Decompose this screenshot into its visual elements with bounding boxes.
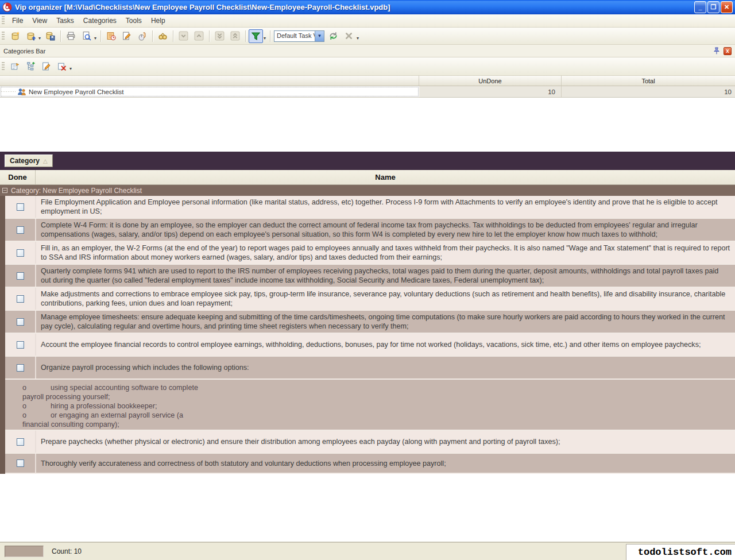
- task-row[interactable]: Manage employee timesheets: ensure adequ…: [5, 311, 735, 334]
- checkbox-unchecked-icon[interactable]: [17, 203, 24, 211]
- open-database-dropdown-icon[interactable]: ▾: [38, 36, 41, 41]
- print-button[interactable]: [64, 29, 78, 43]
- drag-task-button[interactable]: [135, 29, 149, 43]
- delete-category-button[interactable]: [55, 60, 69, 74]
- sub-option-line: financial consulting company);: [22, 420, 730, 429]
- menu-file[interactable]: File: [7, 15, 28, 26]
- status-bar: Count: 10 todolistsoft.com: [0, 542, 735, 560]
- categories-bar-close-icon[interactable]: x: [724, 47, 732, 55]
- category-name-cell[interactable]: New Employee Payroll Checklist: [0, 86, 419, 97]
- print-preview-icon: [82, 31, 91, 41]
- done-cell[interactable]: [5, 334, 36, 356]
- task-row[interactable]: Thoroughly verify accurateness and corre…: [5, 454, 735, 474]
- delete-view-button[interactable]: [342, 29, 356, 43]
- done-cell[interactable]: [5, 431, 36, 453]
- save-view-button[interactable]: [326, 29, 341, 43]
- checkbox-unchecked-icon[interactable]: [17, 438, 24, 446]
- restore-button[interactable]: ❐: [707, 1, 719, 13]
- task-text[interactable]: Complete W-4 Form: it is done by an empl…: [36, 219, 735, 241]
- task-row[interactable]: Prepare paychecks (whether physical or e…: [5, 431, 735, 454]
- move-task-down-button[interactable]: [176, 29, 191, 43]
- checkbox-unchecked-icon[interactable]: [17, 272, 24, 280]
- column-header-name[interactable]: Name: [36, 170, 735, 184]
- print-preview-dropdown-icon[interactable]: ▾: [94, 36, 96, 41]
- minimize-button[interactable]: _: [694, 1, 706, 13]
- categories-toolbar-grip[interactable]: [2, 62, 5, 71]
- done-cell[interactable]: [5, 219, 36, 241]
- task-row[interactable]: Account the employee financial records t…: [5, 334, 735, 357]
- filter-button[interactable]: [249, 29, 263, 43]
- checkbox-unchecked-icon[interactable]: [17, 226, 24, 234]
- close-button[interactable]: ✕: [721, 1, 733, 13]
- group-by-category-button[interactable]: Category △: [5, 155, 53, 167]
- menu-tasks[interactable]: Tasks: [52, 15, 79, 26]
- checkbox-unchecked-icon[interactable]: [17, 249, 24, 257]
- done-cell[interactable]: [5, 357, 36, 379]
- site-watermark-box: todolistsoft.com: [626, 544, 735, 560]
- pin-icon[interactable]: [712, 47, 721, 55]
- task-text[interactable]: Account the employee financial records t…: [36, 334, 735, 356]
- done-cell[interactable]: [5, 265, 36, 287]
- checkbox-unchecked-icon[interactable]: [17, 341, 24, 349]
- task-row[interactable]: File Employment Application and Employee…: [5, 196, 735, 219]
- task-text[interactable]: Manage employee timesheets: ensure adequ…: [36, 311, 735, 333]
- open-database-button[interactable]: [24, 29, 38, 43]
- done-cell[interactable]: [5, 311, 36, 333]
- task-row[interactable]: Quarterly complete forms 941 which are u…: [5, 265, 735, 288]
- print-preview-button[interactable]: [79, 29, 94, 43]
- menu-tools[interactable]: Tools: [121, 15, 146, 26]
- checkbox-unchecked-icon[interactable]: [17, 295, 24, 303]
- column-header-undone[interactable]: UnDone: [419, 76, 562, 86]
- category-row[interactable]: New Employee Payroll Checklist 10 10: [0, 86, 735, 98]
- task-text[interactable]: Thoroughly verify accurateness and corre…: [36, 454, 735, 473]
- move-task-bottom-button[interactable]: [212, 29, 227, 43]
- menu-grip[interactable]: [2, 16, 5, 25]
- done-cell[interactable]: [5, 288, 36, 310]
- column-header-category-name[interactable]: [0, 76, 419, 86]
- combo-dropdown-icon[interactable]: ▼: [315, 31, 324, 41]
- done-cell[interactable]: [5, 242, 36, 264]
- menu-help[interactable]: Help: [146, 15, 170, 26]
- checkbox-unchecked-icon[interactable]: [17, 318, 24, 326]
- collapse-icon[interactable]: –: [2, 188, 7, 193]
- save-database-button[interactable]: [43, 29, 57, 43]
- toolbar-grip[interactable]: [2, 32, 5, 41]
- task-text[interactable]: Fill in, as an employer, the W-2 Forms (…: [36, 242, 735, 264]
- category-group-row[interactable]: – Category: New Employee Payroll Checkli…: [0, 185, 735, 196]
- categories-bar-title: Categories Bar: [3, 48, 712, 55]
- task-row[interactable]: Complete W-4 Form: it is done by an empl…: [5, 219, 735, 242]
- checkbox-unchecked-icon[interactable]: [17, 364, 24, 372]
- task-row[interactable]: Fill in, as an employer, the W-2 Forms (…: [5, 242, 735, 265]
- task-row[interactable]: Make adjustments and corrections to embr…: [5, 288, 735, 311]
- new-subcategory-button[interactable]: [24, 60, 38, 74]
- task-text[interactable]: Organize payroll processing which includ…: [36, 357, 735, 379]
- task-row[interactable]: Organize payroll processing which includ…: [5, 357, 735, 380]
- new-category-icon: [10, 61, 20, 71]
- move-task-up-button[interactable]: [192, 29, 206, 43]
- find-task-button[interactable]: [156, 29, 170, 43]
- move-task-top-button[interactable]: [228, 29, 242, 43]
- task-text[interactable]: Make adjustments and corrections to embr…: [36, 288, 735, 310]
- new-task-button[interactable]: [104, 29, 118, 43]
- column-header-total[interactable]: Total: [562, 76, 735, 86]
- new-category-button[interactable]: [8, 60, 22, 74]
- toolbar-overflow-icon[interactable]: ▾: [357, 36, 359, 41]
- task-sub-options[interactable]: o using special accounting software to c…: [5, 380, 735, 431]
- menu-view[interactable]: View: [28, 15, 52, 26]
- categories-toolbar: ▾: [0, 57, 735, 76]
- task-text[interactable]: Quarterly complete forms 941 which are u…: [36, 265, 735, 287]
- done-cell[interactable]: [5, 454, 36, 473]
- done-cell[interactable]: [5, 196, 36, 218]
- task-text[interactable]: Prepare paychecks (whether physical or e…: [36, 431, 735, 453]
- column-header-done[interactable]: Done: [0, 170, 36, 184]
- task-text[interactable]: File Employment Application and Employee…: [36, 196, 735, 218]
- sort-ascending-icon: △: [43, 158, 48, 164]
- task-view-combobox[interactable]: Default Task V ▼: [274, 30, 324, 42]
- filter-dropdown-icon[interactable]: ▾: [264, 36, 266, 41]
- new-database-button[interactable]: [8, 29, 22, 43]
- menu-categories[interactable]: Categories: [79, 15, 121, 26]
- edit-category-button[interactable]: [39, 60, 53, 74]
- checkbox-unchecked-icon[interactable]: [17, 459, 24, 467]
- edit-task-button[interactable]: [119, 29, 134, 43]
- categories-overflow-icon[interactable]: ▾: [69, 66, 72, 71]
